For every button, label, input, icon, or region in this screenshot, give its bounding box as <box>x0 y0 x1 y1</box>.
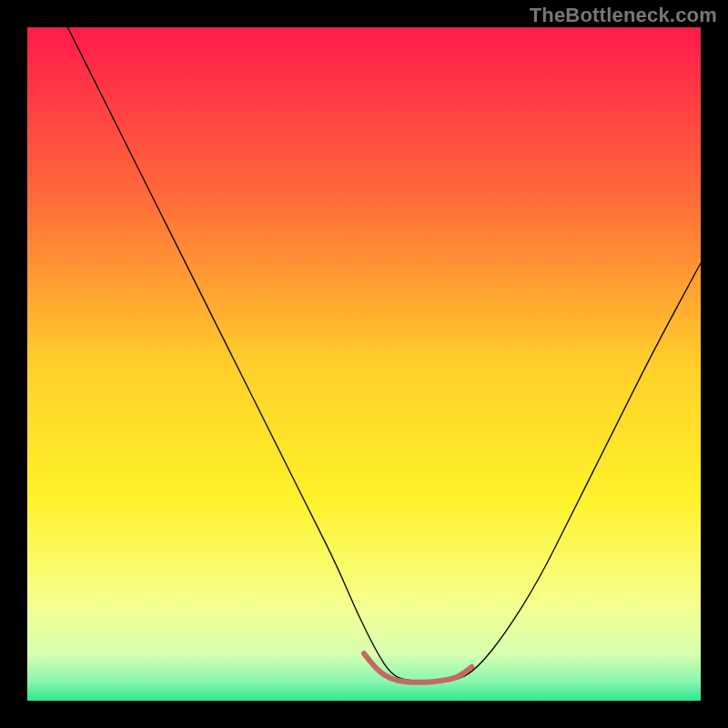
watermark-text: TheBottleneck.com <box>530 4 717 27</box>
plot-background <box>27 27 701 701</box>
chart-frame: TheBottleneck.com <box>0 0 728 728</box>
bottleneck-chart <box>0 0 728 728</box>
